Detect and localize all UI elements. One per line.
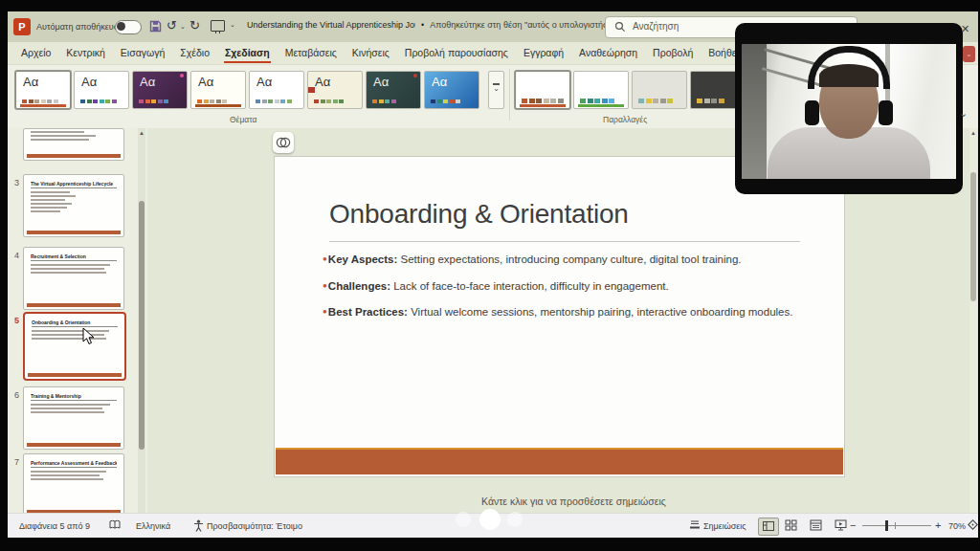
menu-tab-Εισαγωγή[interactable]: Εισαγωγή [113, 43, 172, 63]
menu-tab-Κινήσεις[interactable]: Κινήσεις [345, 43, 397, 63]
menu-tab-Αρχείο[interactable]: Αρχείο [13, 43, 58, 63]
close-window-icon[interactable]: ✕ [961, 23, 969, 35]
notes-toggle[interactable]: Σημειώσεις [703, 521, 746, 531]
theme-sample-text: Αα [140, 75, 155, 89]
acrobat-panel-button[interactable]: ⌄ [963, 46, 975, 62]
search-placeholder: Αναζήτηση [633, 21, 679, 32]
theme-thumbnail-3[interactable]: Αα [132, 71, 188, 109]
thumbnail-title: Recruitment & Selection [31, 253, 117, 261]
zoom-level[interactable]: 70% [948, 521, 966, 531]
autosave-toggle[interactable] [115, 20, 142, 34]
variant-thumbnail-1[interactable] [515, 71, 570, 109]
menu-tab-Μεταβάσεις[interactable]: Μεταβάσεις [278, 43, 345, 63]
accessibility-icon[interactable] [193, 519, 204, 534]
slide-bullet-2: ●Challenges: Lack of face-to-face intera… [323, 277, 820, 295]
variants-group-label: Παραλλαγές [603, 115, 647, 124]
headphone-earcup-right [879, 100, 893, 125]
themes-gallery-more-button[interactable]: ⌄ [488, 71, 504, 109]
themes-group-label: Θέματα [230, 115, 256, 124]
bullet-marker-icon: ● [323, 254, 327, 263]
slide-number-3: 3 [10, 178, 19, 187]
zoom-slider-thumb[interactable] [885, 520, 888, 531]
theme-thumbnail-7[interactable]: Αα [366, 71, 421, 109]
screen: P Αυτόματη αποθήκευση ↺ ⌄ ↻ ⌄ Understand… [0, 0, 980, 551]
slide-thumbnail-3[interactable]: The Virtual Apprenticeship Lifecycle [23, 174, 124, 237]
quick-access-overflow-icon[interactable]: ⌄ [230, 21, 235, 29]
theme-thumbnail-5[interactable]: Αα [249, 71, 304, 109]
slide-accent-band [276, 448, 843, 474]
menu-tab-Σχεδίαση[interactable]: Σχεδίαση [217, 43, 278, 63]
document-title: Understanding the Virtual Apprenticeship… [247, 20, 415, 30]
theme-sample-text: Αα [23, 75, 38, 89]
notes-icon[interactable] [689, 519, 701, 533]
theme-sample-text: Αα [315, 75, 330, 89]
zoom-out-button[interactable]: − [850, 519, 856, 531]
slide-thumbnail-partial[interactable] [23, 128, 124, 161]
redo-button[interactable]: ↻ [189, 18, 200, 33]
designer-icon [273, 132, 294, 153]
menu-tab-Σχέδιο[interactable]: Σχέδιο [172, 43, 217, 63]
theme-thumbnail-4[interactable]: Αα [190, 71, 246, 109]
slide-title[interactable]: Onboarding & Orientation [329, 199, 629, 230]
theme-thumbnail-6[interactable]: Αα [307, 71, 363, 109]
webcam-overlay[interactable] [735, 23, 963, 194]
theme-sample-text: Αα [81, 75, 97, 89]
menu-tab-Προβολή παρουσίασης[interactable]: Προβολή παρουσίασης [397, 43, 516, 63]
headphone-earcup-left [805, 100, 819, 125]
menu-tab-Εγγραφή[interactable]: Εγγραφή [516, 43, 571, 63]
slide-number-7: 7 [10, 457, 19, 467]
webcam-video [742, 44, 956, 179]
slide-editing-surface[interactable]: Onboarding & Orientation ●Key Aspects: S… [275, 157, 844, 476]
ribbon-collapse-icon[interactable]: ⌄ [959, 107, 968, 120]
slide-thumbnail-4[interactable]: Recruitment & Selection [23, 247, 124, 310]
theme-thumbnail-1[interactable]: Αα [15, 71, 71, 109]
designer-button[interactable] [273, 132, 294, 153]
canvas-scrollbar[interactable]: ▲ [969, 128, 977, 513]
title-underline [329, 241, 800, 242]
variant-thumbnail-2[interactable] [573, 71, 629, 109]
slide-thumbnail-7[interactable]: Performance Assessment & Feedback [23, 453, 124, 513]
headphones-band-icon [808, 46, 890, 89]
undo-button[interactable]: ↺ [167, 18, 177, 33]
reading-view-button[interactable] [810, 519, 822, 533]
menu-tab-Κεντρική[interactable]: Κεντρική [58, 43, 112, 63]
save-icon[interactable] [149, 19, 162, 36]
slideshow-view-button[interactable] [835, 519, 847, 533]
scrollbar-thumb[interactable] [139, 201, 145, 450]
canvas-scrollbar-thumb[interactable] [970, 172, 976, 301]
theme-thumbnail-8[interactable]: Αα [424, 71, 479, 109]
slide-thumbnail-6[interactable]: Training & Mentorship [23, 386, 124, 450]
scroll-up-icon[interactable]: ▲ [138, 130, 145, 136]
thumbnail-title: Performance Assessment & Feedback [31, 460, 117, 468]
spellcheck-icon[interactable] [109, 519, 121, 532]
gallery-more-chevron-icon: ⌄ [489, 85, 503, 93]
zoom-slider-track[interactable] [862, 525, 931, 526]
bullet-marker-icon: ● [323, 307, 327, 316]
menu-tab-Προβολή[interactable]: Προβολή [645, 43, 701, 63]
thumbnail-scrollbar[interactable]: ▲ [138, 128, 145, 513]
notes-placeholder[interactable]: Κάντε κλικ για να προσθέσετε σημειώσεις [481, 496, 666, 507]
canvas-scroll-up-icon[interactable]: ▲ [969, 130, 977, 136]
document-title-group: Understanding the Virtual Apprenticeship… [247, 20, 622, 30]
accessibility-status[interactable]: Προσβασιμότητα: Έτοιμο [207, 521, 302, 531]
save-status[interactable]: Αποθηκεύτηκε στη θέση "αυτός ο υπολογιστ… [430, 20, 610, 30]
theme-thumbnail-2[interactable]: Αα [74, 71, 129, 109]
zoom-in-button[interactable]: + [935, 519, 941, 531]
menu-tab-Αναθεώρηση[interactable]: Αναθεώρηση [571, 43, 645, 63]
undo-dropdown-icon[interactable]: ⌄ [180, 23, 186, 31]
language-indicator[interactable]: Ελληνικά [136, 521, 170, 531]
theme-sample-text: Αα [432, 75, 447, 89]
slide-counter: Διαφάνεια 5 από 9 [19, 521, 90, 531]
normal-view-button[interactable] [758, 518, 779, 536]
slide-thumbnail-5[interactable]: Onboarding & Orientation [23, 312, 126, 381]
toggle-knob [117, 22, 125, 31]
fit-to-window-button[interactable] [967, 518, 978, 533]
slide-body-text[interactable]: ●Key Aspects: Setting expectations, intr… [323, 251, 820, 330]
variant-thumbnail-3[interactable] [632, 71, 687, 109]
autosave-label: Αυτόματη αποθήκευση [36, 22, 123, 32]
slide-sorter-view-button[interactable] [785, 519, 797, 533]
start-presentation-icon[interactable] [211, 20, 225, 32]
theme-sample-text: Αα [256, 75, 272, 89]
thumbnail-title: The Virtual Apprenticeship Lifecycle [31, 181, 117, 188]
indicator-dot [456, 512, 471, 527]
